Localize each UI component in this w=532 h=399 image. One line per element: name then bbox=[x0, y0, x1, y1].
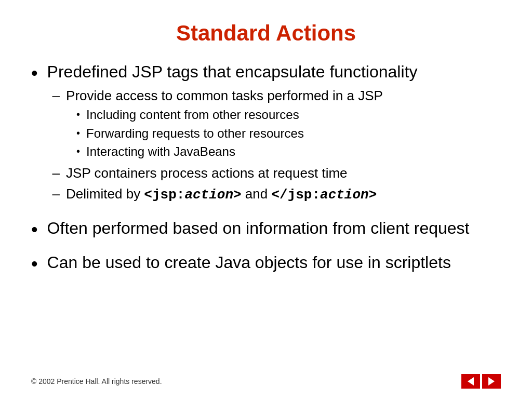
sub-bullet-3-content: Delimited by <jsp:action> and </jsp:acti… bbox=[66, 185, 501, 204]
list-item: • Can be used to create Java objects for… bbox=[31, 252, 501, 276]
bullet-dot-1: • bbox=[31, 61, 38, 86]
content-area: • Predefined JSP tags that encapsulate f… bbox=[31, 61, 501, 357]
bullet-1-text: Predefined JSP tags that encapsulate fun… bbox=[47, 62, 418, 81]
list-item: • Interacting with JavaBeans bbox=[76, 143, 501, 159]
sub-bullet-1-content: Provide access to common tasks performed… bbox=[66, 87, 501, 162]
list-item: • Including content from other resources bbox=[76, 107, 501, 123]
code-tag-open-end: > bbox=[233, 187, 242, 203]
code-tag-close: </jsp: bbox=[271, 187, 320, 203]
copyright-text: © 2002 Prentice Hall. All rights reserve… bbox=[31, 377, 162, 385]
code-tag-open: <jsp: bbox=[144, 187, 184, 203]
bullet-dash-3: – bbox=[52, 185, 60, 203]
bullet-dot-2: • bbox=[31, 218, 38, 242]
bullet-dash-2: – bbox=[52, 165, 60, 182]
slide-title: Standard Actions bbox=[31, 21, 501, 46]
sub-sub-bullet-1-text: Including content from other resources bbox=[86, 107, 501, 123]
sub-sub-bullet-2-text: Forwarding requests to other resources bbox=[86, 125, 501, 141]
bullet-dot-3: • bbox=[31, 252, 38, 276]
nav-buttons bbox=[461, 374, 501, 389]
sub-bullet-3-text-middle: and bbox=[242, 186, 272, 202]
bullet-2-text: Often performed based on information fro… bbox=[47, 218, 501, 240]
list-item: • Often performed based on information f… bbox=[31, 218, 501, 242]
list-item: • Forwarding requests to other resources bbox=[76, 125, 501, 141]
sub-bullet-3-text-before: Delimited by bbox=[66, 186, 144, 202]
sub-list-1: – Provide access to common tasks perform… bbox=[47, 87, 501, 204]
main-bullet-list: • Predefined JSP tags that encapsulate f… bbox=[31, 61, 501, 287]
slide-footer: © 2002 Prentice Hall. All rights reserve… bbox=[0, 374, 532, 389]
prev-button[interactable] bbox=[461, 374, 480, 389]
sub-bullet-1-text: Provide access to common tasks performed… bbox=[66, 88, 383, 103]
code-tag-close-end: > bbox=[369, 187, 377, 203]
next-button[interactable] bbox=[482, 374, 501, 389]
bullet-dot-small-3: • bbox=[76, 144, 80, 158]
sub-sub-list-1: • Including content from other resources… bbox=[66, 107, 501, 159]
list-item: – Delimited by <jsp:action> and </jsp:ac… bbox=[52, 185, 501, 204]
code-action-1: action bbox=[184, 187, 233, 203]
sub-bullet-2-text: JSP containers process actions at reques… bbox=[66, 165, 501, 182]
bullet-3-text: Can be used to create Java objects for u… bbox=[47, 252, 501, 274]
list-item: – JSP containers process actions at requ… bbox=[52, 165, 501, 182]
bullet-1-content: Predefined JSP tags that encapsulate fun… bbox=[47, 61, 501, 207]
bullet-dash-1: – bbox=[52, 87, 60, 105]
bullet-dot-small-2: • bbox=[76, 126, 80, 140]
list-item: • Predefined JSP tags that encapsulate f… bbox=[31, 61, 501, 207]
code-action-2: action bbox=[320, 187, 369, 203]
sub-sub-bullet-3-text: Interacting with JavaBeans bbox=[86, 143, 501, 159]
list-item: – Provide access to common tasks perform… bbox=[52, 87, 501, 162]
slide-container: Standard Actions • Predefined JSP tags t… bbox=[0, 0, 532, 399]
bullet-dot-small-1: • bbox=[76, 108, 80, 121]
